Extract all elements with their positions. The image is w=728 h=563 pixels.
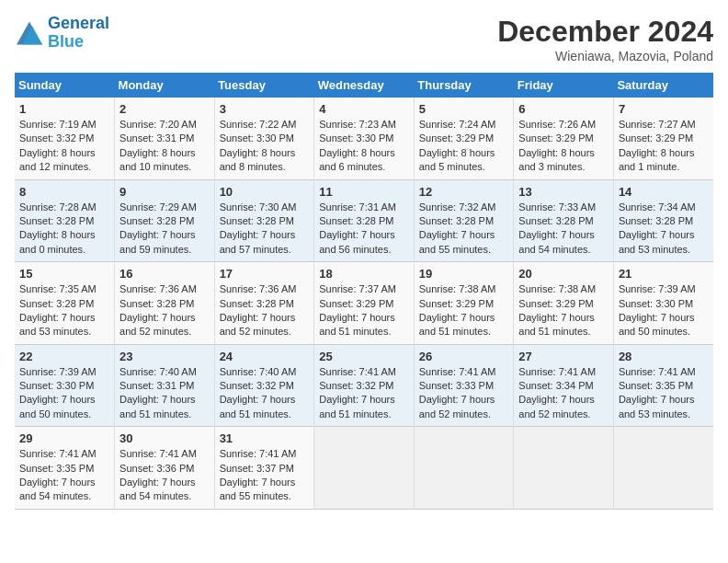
day-info: Sunrise: 7:22 AMSunset: 3:30 PMDaylight:… [220, 118, 310, 175]
day-info: Sunrise: 7:41 AMSunset: 3:36 PMDaylight:… [119, 447, 210, 504]
day-number: 28 [619, 350, 709, 363]
day-number: 20 [518, 267, 609, 281]
weekday-header-friday: Friday [514, 73, 614, 98]
week-row-1: 1Sunrise: 7:19 AMSunset: 3:32 PMDaylight… [15, 98, 713, 179]
day-number: 23 [119, 350, 210, 363]
day-number: 27 [518, 350, 609, 363]
day-number: 13 [518, 185, 609, 199]
weekday-header-sunday: Sunday [15, 73, 115, 98]
day-cell: 31Sunrise: 7:41 AMSunset: 3:37 PMDayligh… [214, 427, 314, 510]
day-number: 8 [19, 185, 109, 199]
weekday-header-thursday: Thursday [414, 73, 514, 98]
day-number: 3 [220, 102, 310, 116]
day-cell: 12Sunrise: 7:32 AMSunset: 3:28 PMDayligh… [414, 179, 514, 262]
day-info: Sunrise: 7:40 AMSunset: 3:31 PMDaylight:… [119, 365, 210, 422]
day-cell: 25Sunrise: 7:41 AMSunset: 3:32 PMDayligh… [314, 344, 415, 427]
logo-icon [15, 20, 44, 46]
day-number: 14 [619, 185, 709, 199]
day-cell [514, 427, 614, 510]
day-number: 26 [419, 350, 509, 363]
day-number: 25 [319, 350, 409, 363]
day-cell: 13Sunrise: 7:33 AMSunset: 3:28 PMDayligh… [514, 179, 614, 262]
day-number: 7 [619, 102, 709, 116]
day-info: Sunrise: 7:38 AMSunset: 3:29 PMDaylight:… [518, 282, 609, 339]
day-cell: 28Sunrise: 7:41 AMSunset: 3:35 PMDayligh… [613, 344, 713, 427]
day-number: 2 [119, 102, 210, 116]
day-number: 30 [119, 431, 210, 445]
day-number: 11 [319, 185, 409, 199]
day-cell: 18Sunrise: 7:37 AMSunset: 3:29 PMDayligh… [314, 262, 415, 345]
day-info: Sunrise: 7:38 AMSunset: 3:29 PMDaylight:… [419, 282, 509, 339]
day-cell: 16Sunrise: 7:36 AMSunset: 3:28 PMDayligh… [115, 262, 215, 345]
day-number: 18 [319, 267, 409, 281]
day-number: 12 [419, 185, 509, 199]
day-info: Sunrise: 7:28 AMSunset: 3:28 PMDaylight:… [19, 201, 109, 258]
day-info: Sunrise: 7:20 AMSunset: 3:31 PMDaylight:… [119, 118, 210, 175]
day-number: 24 [220, 350, 310, 363]
day-info: Sunrise: 7:41 AMSunset: 3:32 PMDaylight:… [319, 365, 409, 422]
page-header: General Blue December 2024 Wieniawa, Maz… [15, 15, 713, 63]
day-number: 22 [19, 350, 109, 363]
day-cell: 2Sunrise: 7:20 AMSunset: 3:31 PMDaylight… [115, 98, 215, 179]
day-number: 21 [619, 267, 709, 281]
day-cell: 4Sunrise: 7:23 AMSunset: 3:30 PMDaylight… [314, 98, 415, 179]
day-info: Sunrise: 7:41 AMSunset: 3:33 PMDaylight:… [419, 365, 509, 422]
day-cell: 27Sunrise: 7:41 AMSunset: 3:34 PMDayligh… [514, 344, 614, 427]
day-cell [314, 427, 415, 510]
title-block: December 2024 Wieniawa, Mazovia, Poland [497, 15, 713, 63]
day-info: Sunrise: 7:27 AMSunset: 3:29 PMDaylight:… [619, 118, 709, 175]
day-number: 29 [19, 431, 109, 445]
day-cell: 14Sunrise: 7:34 AMSunset: 3:28 PMDayligh… [613, 179, 713, 262]
week-row-5: 29Sunrise: 7:41 AMSunset: 3:35 PMDayligh… [15, 427, 713, 510]
logo-text: General Blue [48, 15, 109, 52]
day-cell: 17Sunrise: 7:36 AMSunset: 3:28 PMDayligh… [214, 262, 314, 345]
week-row-4: 22Sunrise: 7:39 AMSunset: 3:30 PMDayligh… [15, 344, 713, 427]
day-cell: 20Sunrise: 7:38 AMSunset: 3:29 PMDayligh… [514, 262, 614, 345]
day-cell: 10Sunrise: 7:30 AMSunset: 3:28 PMDayligh… [214, 179, 314, 262]
day-info: Sunrise: 7:40 AMSunset: 3:32 PMDaylight:… [220, 365, 310, 422]
weekday-header-monday: Monday [115, 73, 215, 98]
day-cell: 26Sunrise: 7:41 AMSunset: 3:33 PMDayligh… [414, 344, 514, 427]
day-cell: 8Sunrise: 7:28 AMSunset: 3:28 PMDaylight… [15, 179, 115, 262]
day-info: Sunrise: 7:33 AMSunset: 3:28 PMDaylight:… [518, 201, 609, 258]
day-cell: 9Sunrise: 7:29 AMSunset: 3:28 PMDaylight… [115, 179, 215, 262]
day-number: 31 [220, 431, 310, 445]
calendar-subtitle: Wieniawa, Mazovia, Poland [497, 49, 713, 63]
day-cell: 11Sunrise: 7:31 AMSunset: 3:28 PMDayligh… [314, 179, 415, 262]
day-info: Sunrise: 7:23 AMSunset: 3:30 PMDaylight:… [319, 118, 409, 175]
day-info: Sunrise: 7:41 AMSunset: 3:37 PMDaylight:… [220, 447, 310, 504]
week-row-2: 8Sunrise: 7:28 AMSunset: 3:28 PMDaylight… [15, 179, 713, 262]
day-cell: 6Sunrise: 7:26 AMSunset: 3:29 PMDaylight… [514, 98, 614, 179]
weekday-header-row: SundayMondayTuesdayWednesdayThursdayFrid… [15, 73, 713, 98]
day-info: Sunrise: 7:19 AMSunset: 3:32 PMDaylight:… [19, 118, 109, 175]
day-number: 1 [19, 102, 109, 116]
day-info: Sunrise: 7:35 AMSunset: 3:28 PMDaylight:… [19, 282, 109, 339]
calendar-title: December 2024 [497, 15, 713, 49]
day-info: Sunrise: 7:39 AMSunset: 3:30 PMDaylight:… [19, 365, 109, 422]
day-info: Sunrise: 7:30 AMSunset: 3:28 PMDaylight:… [220, 201, 310, 258]
day-info: Sunrise: 7:34 AMSunset: 3:28 PMDaylight:… [619, 201, 709, 258]
day-info: Sunrise: 7:32 AMSunset: 3:28 PMDaylight:… [419, 201, 509, 258]
day-info: Sunrise: 7:29 AMSunset: 3:28 PMDaylight:… [119, 201, 210, 258]
day-cell: 19Sunrise: 7:38 AMSunset: 3:29 PMDayligh… [414, 262, 514, 345]
day-cell: 15Sunrise: 7:35 AMSunset: 3:28 PMDayligh… [15, 262, 115, 345]
day-number: 19 [419, 267, 509, 281]
day-info: Sunrise: 7:41 AMSunset: 3:34 PMDaylight:… [518, 365, 609, 422]
calendar-table: SundayMondayTuesdayWednesdayThursdayFrid… [15, 73, 713, 510]
day-cell: 5Sunrise: 7:24 AMSunset: 3:29 PMDaylight… [414, 98, 514, 179]
day-number: 10 [220, 185, 310, 199]
day-info: Sunrise: 7:37 AMSunset: 3:29 PMDaylight:… [319, 282, 409, 339]
day-info: Sunrise: 7:41 AMSunset: 3:35 PMDaylight:… [19, 447, 109, 504]
day-number: 9 [119, 185, 210, 199]
logo: General Blue [15, 15, 109, 52]
day-cell: 3Sunrise: 7:22 AMSunset: 3:30 PMDaylight… [214, 98, 314, 179]
day-info: Sunrise: 7:41 AMSunset: 3:35 PMDaylight:… [619, 365, 709, 422]
day-number: 15 [19, 267, 109, 281]
day-cell: 23Sunrise: 7:40 AMSunset: 3:31 PMDayligh… [115, 344, 215, 427]
day-cell: 1Sunrise: 7:19 AMSunset: 3:32 PMDaylight… [15, 98, 115, 179]
day-number: 17 [220, 267, 310, 281]
day-info: Sunrise: 7:26 AMSunset: 3:29 PMDaylight:… [518, 118, 609, 175]
day-info: Sunrise: 7:31 AMSunset: 3:28 PMDaylight:… [319, 201, 409, 258]
day-cell [613, 427, 713, 510]
weekday-header-wednesday: Wednesday [314, 73, 415, 98]
